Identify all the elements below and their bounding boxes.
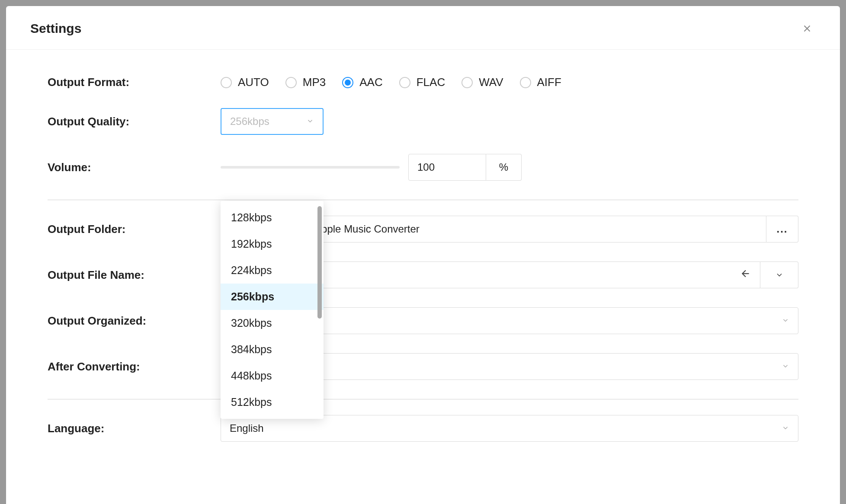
- modal-header: Settings: [6, 6, 840, 50]
- output-folder-label: Output Folder:: [48, 223, 221, 236]
- filename-dropdown-button[interactable]: [760, 262, 798, 288]
- after-converting-label: After Converting:: [48, 360, 221, 373]
- radio-label: FLAC: [417, 76, 445, 89]
- quality-option-320[interactable]: 320kbps: [221, 310, 324, 336]
- output-organized-row: Output Organized:: [48, 307, 798, 334]
- output-quality-row: Output Quality: 256kbps: [48, 108, 798, 135]
- radio-aac[interactable]: AAC: [342, 76, 382, 89]
- quality-option-192[interactable]: 192kbps: [221, 231, 324, 257]
- quality-option-128[interactable]: 128kbps: [221, 204, 324, 231]
- radio-wav[interactable]: WAV: [461, 76, 503, 89]
- output-filename-label: Output File Name:: [48, 268, 221, 282]
- radio-circle-icon: [342, 77, 353, 88]
- output-format-row: Output Format: AUTO MP3 AAC FLAC: [48, 76, 798, 89]
- volume-slider[interactable]: [221, 166, 400, 169]
- radio-circle-icon: [461, 77, 473, 88]
- divider: [48, 200, 798, 200]
- browse-button[interactable]: ...: [766, 216, 798, 242]
- output-format-label: Output Format:: [48, 76, 221, 89]
- quality-option-448[interactable]: 448kbps: [221, 363, 324, 389]
- radio-auto[interactable]: AUTO: [221, 76, 269, 89]
- radio-label: AUTO: [238, 76, 269, 89]
- language-control: English: [221, 415, 798, 442]
- output-quality-label: Output Quality:: [48, 115, 221, 128]
- quality-option-256[interactable]: 256kbps: [221, 284, 324, 310]
- chevron-down-icon: [782, 422, 789, 434]
- radio-circle-icon: [221, 77, 232, 88]
- quality-option-384[interactable]: 384kbps: [221, 336, 324, 363]
- close-button[interactable]: [798, 20, 816, 37]
- close-icon: [801, 23, 813, 34]
- radio-circle-icon: [285, 77, 297, 88]
- volume-control: %: [221, 154, 798, 181]
- chevron-down-icon: [306, 115, 314, 128]
- language-label: Language:: [48, 422, 221, 435]
- settings-modal: Settings Output Format: AUTO MP3: [6, 6, 840, 504]
- quality-option-224[interactable]: 224kbps: [221, 257, 324, 284]
- volume-label: Volume:: [48, 161, 221, 174]
- language-select[interactable]: English: [221, 415, 798, 442]
- output-folder-row: Output Folder: ...: [48, 216, 798, 242]
- chevron-down-icon: [782, 315, 789, 327]
- chevron-down-icon: [782, 360, 789, 373]
- modal-title: Settings: [30, 21, 81, 36]
- volume-unit: %: [486, 154, 522, 181]
- radio-label: MP3: [303, 76, 326, 89]
- radio-mp3[interactable]: MP3: [285, 76, 326, 89]
- output-organized-label: Output Organized:: [48, 314, 221, 328]
- language-row: Language: English: [48, 415, 798, 442]
- quality-dropdown-panel: 128kbps 192kbps 224kbps 256kbps 320kbps …: [221, 201, 324, 419]
- radio-circle-icon: [520, 77, 531, 88]
- volume-row: Volume: %: [48, 154, 798, 181]
- radio-label: AAC: [359, 76, 382, 89]
- radio-circle-icon: [399, 77, 410, 88]
- modal-body: Output Format: AUTO MP3 AAC FLAC: [6, 50, 840, 504]
- radio-label: AIFF: [537, 76, 561, 89]
- output-filename-row: Output File Name:: [48, 262, 798, 288]
- radio-flac[interactable]: FLAC: [399, 76, 445, 89]
- language-value: English: [230, 422, 264, 434]
- output-quality-value: 256kbps: [230, 115, 269, 128]
- ellipsis-icon: ...: [776, 223, 788, 235]
- after-converting-row: After Converting: None: [48, 353, 798, 380]
- arrow-left-icon: [740, 268, 751, 282]
- radio-label: WAV: [479, 76, 503, 89]
- divider: [48, 399, 798, 399]
- output-format-radios: AUTO MP3 AAC FLAC WAV: [221, 76, 798, 89]
- chevron-down-icon: [775, 271, 784, 279]
- volume-input[interactable]: [408, 154, 486, 181]
- scrollbar-thumb[interactable]: [317, 206, 322, 319]
- radio-aiff[interactable]: AIFF: [520, 76, 561, 89]
- volume-input-group: %: [408, 154, 522, 181]
- output-quality-select[interactable]: 256kbps: [221, 108, 324, 135]
- quality-option-512[interactable]: 512kbps: [221, 389, 324, 415]
- output-quality-control: 256kbps: [221, 108, 798, 135]
